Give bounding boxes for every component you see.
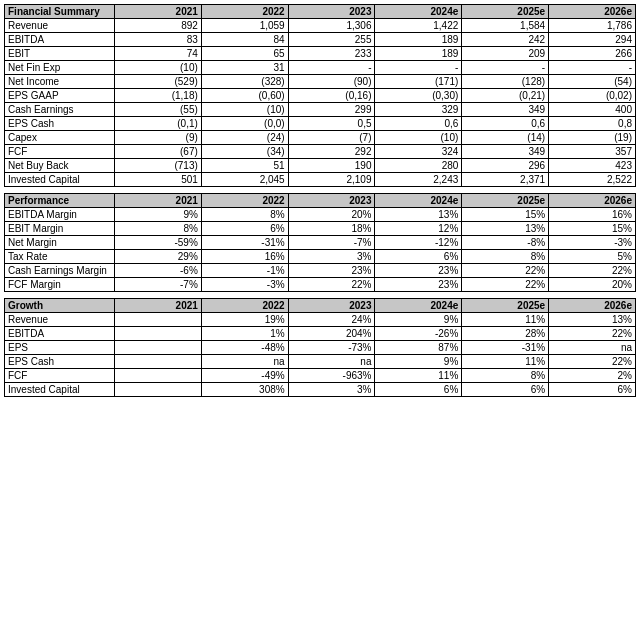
row-value: 349: [462, 103, 549, 117]
table-row: EBITDA Margin9%8%20%13%15%16%: [5, 208, 636, 222]
row-label: EPS Cash: [5, 117, 115, 131]
row-value: 324: [375, 145, 462, 159]
perf-col-2023: 2023: [288, 194, 375, 208]
row-value: 5%: [549, 250, 636, 264]
row-value: -: [375, 61, 462, 75]
row-value: 2,522: [549, 173, 636, 187]
row-value: -48%: [201, 341, 288, 355]
row-value: 22%: [549, 264, 636, 278]
row-value: 329: [375, 103, 462, 117]
fs-col-label: Financial Summary: [5, 5, 115, 19]
table-row: EPS-48%-73%87%-31%na: [5, 341, 636, 355]
row-value: 1,059: [201, 19, 288, 33]
row-value: (1,18): [115, 89, 202, 103]
row-value: (0,16): [288, 89, 375, 103]
row-value: 24%: [288, 313, 375, 327]
row-value: 13%: [549, 313, 636, 327]
row-value: 19%: [201, 313, 288, 327]
table-row: EBITDA8384255189242294: [5, 33, 636, 47]
table-row: Tax Rate29%16%3%6%8%5%: [5, 250, 636, 264]
row-value: 9%: [375, 355, 462, 369]
row-value: 22%: [462, 278, 549, 292]
row-value: 18%: [288, 222, 375, 236]
row-value: 22%: [549, 327, 636, 341]
row-value: 87%: [375, 341, 462, 355]
row-value: -3%: [201, 278, 288, 292]
table-row: Net Margin-59%-31%-7%-12%-8%-3%: [5, 236, 636, 250]
row-value: -59%: [115, 236, 202, 250]
row-value: 190: [288, 159, 375, 173]
row-value: 6%: [375, 383, 462, 397]
row-value: 292: [288, 145, 375, 159]
row-value: 11%: [375, 369, 462, 383]
row-label: Revenue: [5, 313, 115, 327]
table-row: FCF(67)(34)292324349357: [5, 145, 636, 159]
row-label: Revenue: [5, 19, 115, 33]
row-value: -73%: [288, 341, 375, 355]
row-value: [115, 369, 202, 383]
row-value: 1,786: [549, 19, 636, 33]
row-value: 209: [462, 47, 549, 61]
perf-col-2024e: 2024e: [375, 194, 462, 208]
row-value: -1%: [201, 264, 288, 278]
row-value: -26%: [375, 327, 462, 341]
row-value: (7): [288, 131, 375, 145]
row-value: 501: [115, 173, 202, 187]
row-value: 294: [549, 33, 636, 47]
row-value: 0,8: [549, 117, 636, 131]
table-row: EPS Cash(0,1)(0,0)0,50,60,60,8: [5, 117, 636, 131]
row-value: 22%: [549, 355, 636, 369]
row-label: EBIT: [5, 47, 115, 61]
table-row: FCF Margin-7%-3%22%23%22%20%: [5, 278, 636, 292]
row-value: 280: [375, 159, 462, 173]
row-value: 3%: [288, 250, 375, 264]
row-value: (0,1): [115, 117, 202, 131]
row-value: 0,5: [288, 117, 375, 131]
row-value: 189: [375, 47, 462, 61]
row-value: na: [201, 355, 288, 369]
row-value: 2%: [549, 369, 636, 383]
table-row: EBITDA1%204%-26%28%22%: [5, 327, 636, 341]
table-row: Cash Earnings Margin-6%-1%23%23%22%22%: [5, 264, 636, 278]
row-value: (10): [375, 131, 462, 145]
row-value: 20%: [288, 208, 375, 222]
row-value: 1,584: [462, 19, 549, 33]
row-label: EBIT Margin: [5, 222, 115, 236]
row-label: FCF Margin: [5, 278, 115, 292]
row-value: na: [288, 355, 375, 369]
row-value: (0,60): [201, 89, 288, 103]
row-value: (713): [115, 159, 202, 173]
row-value: (529): [115, 75, 202, 89]
row-value: 51: [201, 159, 288, 173]
row-value: -7%: [115, 278, 202, 292]
fs-col-2024e: 2024e: [375, 5, 462, 19]
row-value: 29%: [115, 250, 202, 264]
row-value: 11%: [462, 313, 549, 327]
row-label: Cash Earnings: [5, 103, 115, 117]
row-value: -31%: [462, 341, 549, 355]
row-value: 22%: [462, 264, 549, 278]
row-value: -6%: [115, 264, 202, 278]
row-value: 400: [549, 103, 636, 117]
row-value: 423: [549, 159, 636, 173]
row-value: (24): [201, 131, 288, 145]
table-row: EBIT Margin8%6%18%12%13%15%: [5, 222, 636, 236]
row-value: 12%: [375, 222, 462, 236]
row-label: EPS GAAP: [5, 89, 115, 103]
table-row: EBIT7465233189209266: [5, 47, 636, 61]
row-value: (0,0): [201, 117, 288, 131]
row-value: 15%: [462, 208, 549, 222]
row-value: -7%: [288, 236, 375, 250]
row-value: 8%: [462, 250, 549, 264]
growth-col-2023: 2023: [288, 299, 375, 313]
row-value: 266: [549, 47, 636, 61]
table-row: Revenue19%24%9%11%13%: [5, 313, 636, 327]
row-value: [115, 383, 202, 397]
perf-header-row: Performance 2021 2022 2023 2024e 2025e 2…: [5, 194, 636, 208]
row-value: 83: [115, 33, 202, 47]
row-value: (90): [288, 75, 375, 89]
row-label: Tax Rate: [5, 250, 115, 264]
row-value: 299: [288, 103, 375, 117]
table-row: Net Fin Exp(10)31----: [5, 61, 636, 75]
row-value: (0,21): [462, 89, 549, 103]
